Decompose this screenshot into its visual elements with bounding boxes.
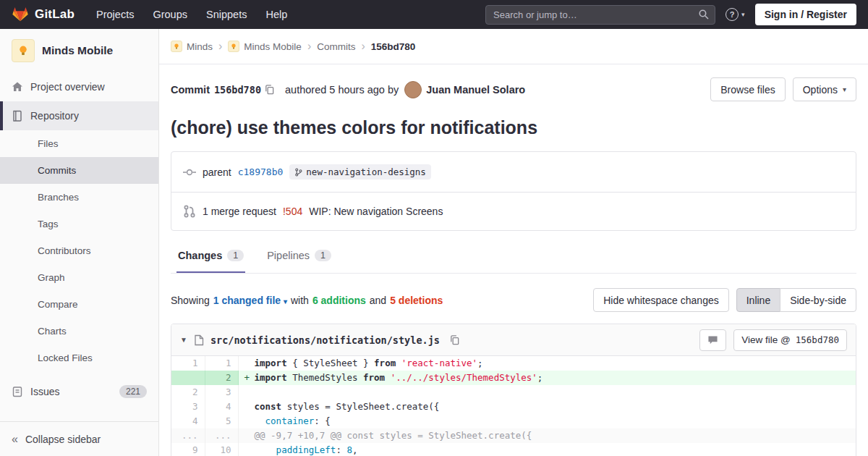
diff-line: ......@@ -9,7 +10,7 @@ const styles = St… bbox=[171, 428, 856, 443]
new-line-number[interactable]: 5 bbox=[205, 414, 238, 428]
breadcrumb-commits[interactable]: Commits bbox=[317, 41, 355, 52]
search-icon[interactable] bbox=[698, 9, 710, 20]
old-line-number[interactable] bbox=[171, 371, 205, 385]
sidebar-item-repository[interactable]: Repository bbox=[0, 101, 158, 130]
copy-sha-button[interactable] bbox=[261, 84, 278, 95]
breadcrumb-commit-sha: 156bd780 bbox=[371, 41, 416, 52]
search-box bbox=[485, 5, 715, 25]
project-header[interactable]: Minds Mobile bbox=[0, 29, 158, 72]
sidebar-item-label: Issues bbox=[30, 386, 59, 397]
mr-reference-link[interactable]: !504 bbox=[283, 206, 302, 217]
chevron-down-icon: ▾ bbox=[741, 11, 745, 18]
sidebar-item-label: Project overview bbox=[30, 81, 105, 93]
sidebar-item-commits[interactable]: Commits bbox=[0, 157, 158, 184]
nav-item-help[interactable]: Help bbox=[265, 9, 287, 20]
tab-changes[interactable]: Changes 1 bbox=[176, 240, 245, 273]
sidebar-item-graph[interactable]: Graph bbox=[0, 264, 158, 291]
sidebar-item-contributors[interactable]: Contributors bbox=[0, 237, 158, 264]
new-line-number[interactable]: 10 bbox=[205, 443, 238, 456]
diff-file-header: ▼ src/notifications/notification/style.j… bbox=[171, 324, 856, 356]
tab-pipelines-label: Pipelines bbox=[267, 250, 310, 261]
sidebar-item-locked-files[interactable]: Locked Files bbox=[0, 345, 158, 371]
breadcrumb: Minds › Minds Mobile › Commits › 156bd78… bbox=[159, 29, 868, 64]
merge-request-icon bbox=[183, 205, 196, 218]
diff-file-path[interactable]: src/notifications/notification/style.js bbox=[210, 334, 440, 346]
issues-icon bbox=[12, 386, 23, 397]
new-line-number[interactable]: 2 bbox=[205, 371, 238, 385]
breadcrumb-project[interactable]: Minds Mobile bbox=[228, 41, 302, 52]
gitlab-logo[interactable]: GitLab bbox=[12, 6, 75, 23]
group-avatar bbox=[171, 41, 182, 52]
commit-sha: 156bd780 bbox=[214, 84, 261, 96]
old-line-number[interactable]: 3 bbox=[171, 400, 205, 414]
old-line-number[interactable]: 9 bbox=[171, 443, 205, 456]
code-cell: container: { bbox=[238, 414, 856, 428]
mr-title: WIP: New navigation Screens bbox=[309, 206, 443, 217]
nav-item-projects[interactable]: Projects bbox=[96, 9, 134, 20]
code-cell: +import ThemedStyles from '../../styles/… bbox=[238, 371, 856, 385]
diff-line: 910 paddingLeft: 8, bbox=[171, 443, 856, 456]
sidebar-item-branches[interactable]: Branches bbox=[0, 184, 158, 211]
sign-in-button[interactable]: Sign in / Register bbox=[755, 4, 856, 25]
commit-title: (chore) use themes colors for notificati… bbox=[171, 117, 856, 138]
search-input[interactable] bbox=[485, 5, 715, 25]
inline-view-button[interactable]: Inline bbox=[736, 288, 780, 312]
diff-file-card: ▼ src/notifications/notification/style.j… bbox=[171, 324, 856, 456]
breadcrumb-group-label: Minds bbox=[187, 41, 213, 52]
sidebar-item-issues[interactable]: Issues 221 bbox=[0, 377, 158, 406]
options-dropdown-button[interactable]: Options ▾ bbox=[793, 77, 856, 101]
author-name[interactable]: Juan Manuel Solaro bbox=[426, 84, 525, 96]
breadcrumb-group[interactable]: Minds bbox=[171, 41, 213, 52]
tab-pipelines[interactable]: Pipelines 1 bbox=[265, 240, 333, 273]
collapse-label: Collapse sidebar bbox=[25, 434, 101, 445]
old-line-number[interactable]: ... bbox=[171, 428, 205, 443]
old-line-number[interactable]: 4 bbox=[171, 414, 205, 428]
parent-sha-link[interactable]: c18978b0 bbox=[238, 166, 284, 177]
side-by-side-view-button[interactable]: Side-by-side bbox=[780, 288, 856, 312]
author-avatar[interactable] bbox=[404, 81, 422, 98]
new-line-number[interactable]: ... bbox=[205, 428, 238, 443]
commit-label: Commit bbox=[171, 84, 210, 96]
diff-table: 11import { StyleSheet } from 'react-nati… bbox=[171, 356, 856, 456]
nav-item-groups[interactable]: Groups bbox=[153, 9, 187, 20]
help-dropdown[interactable]: ? ▾ bbox=[726, 8, 745, 21]
copy-path-button[interactable] bbox=[446, 334, 463, 345]
nav-item-snippets[interactable]: Snippets bbox=[206, 9, 247, 20]
hide-whitespace-button[interactable]: Hide whitespace changes bbox=[593, 288, 729, 312]
merge-request-row: 1 merge request !504 WIP: New navigation… bbox=[171, 192, 856, 230]
sidebar-item-label: Repository bbox=[30, 110, 79, 122]
mr-count-text: 1 merge request bbox=[203, 206, 276, 217]
sidebar-item-compare[interactable]: Compare bbox=[0, 291, 158, 318]
commit-meta-row: Commit 156bd780 authored 5 hours ago by … bbox=[171, 77, 856, 101]
old-line-number[interactable]: 2 bbox=[171, 385, 205, 400]
deletions-count: 5 deletions bbox=[390, 295, 443, 306]
diff-view-toggle: Inline Side-by-side bbox=[736, 288, 856, 312]
sidebar-item-tags[interactable]: Tags bbox=[0, 211, 158, 237]
changed-files-dropdown[interactable]: 1 changed file ▾ bbox=[213, 295, 287, 306]
comment-button[interactable] bbox=[699, 329, 726, 351]
view-file-button[interactable]: View file @ 156bd780 bbox=[733, 329, 847, 351]
commit-tabs: Changes 1 Pipelines 1 bbox=[171, 240, 856, 274]
tanuki-icon bbox=[12, 6, 29, 23]
browse-files-button[interactable]: Browse files bbox=[710, 77, 785, 101]
breadcrumb-separator-icon: › bbox=[307, 41, 311, 52]
new-line-number[interactable]: 1 bbox=[205, 356, 238, 371]
new-line-number[interactable]: 4 bbox=[205, 400, 238, 414]
sidebar-item-project-overview[interactable]: Project overview bbox=[0, 72, 158, 101]
old-line-number[interactable]: 1 bbox=[171, 356, 205, 371]
code-cell: @@ -9,7 +10,7 @@ const styles = StyleShe… bbox=[238, 428, 856, 443]
parent-label: parent bbox=[203, 166, 231, 178]
diff-line: 2+import ThemedStyles from '../../styles… bbox=[171, 371, 856, 385]
parent-commit-row: parent c18978b0 new-navigation-designs bbox=[171, 152, 856, 192]
sidebar-item-files[interactable]: Files bbox=[0, 130, 158, 157]
code-cell bbox=[238, 385, 856, 400]
showing-label: Showing bbox=[171, 295, 210, 306]
new-line-number[interactable]: 3 bbox=[205, 385, 238, 400]
sidebar-item-charts[interactable]: Charts bbox=[0, 318, 158, 345]
collapse-diff-icon[interactable]: ▼ bbox=[180, 336, 187, 344]
diff-table-body: 11import { StyleSheet } from 'react-nati… bbox=[171, 356, 856, 456]
pipelines-count-badge: 1 bbox=[315, 250, 331, 261]
collapse-sidebar-button[interactable]: « Collapse sidebar bbox=[0, 421, 158, 456]
project-name: Minds Mobile bbox=[42, 44, 113, 57]
branch-ref-pill[interactable]: new-navigation-designs bbox=[289, 164, 431, 180]
